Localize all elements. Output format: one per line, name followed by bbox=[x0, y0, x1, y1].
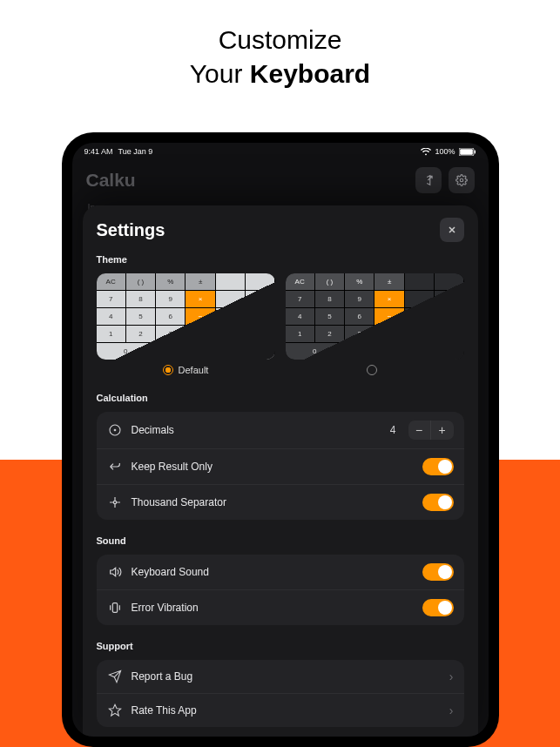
hero-line2: Your Keyboard bbox=[0, 57, 560, 91]
group-calculation: Decimals 4 − + Keep Result Only bbox=[97, 412, 464, 520]
svg-point-3 bbox=[460, 178, 463, 182]
radio-unselected-icon bbox=[367, 365, 377, 375]
svg-rect-2 bbox=[474, 150, 475, 153]
theme-option-default[interactable]: AC( )%± 789× 456−= 123+ 0.⌫ bbox=[97, 273, 275, 360]
svg-rect-1 bbox=[460, 149, 473, 155]
svg-rect-7 bbox=[112, 603, 117, 613]
section-sound-label: Sound bbox=[97, 535, 464, 546]
settings-modal: Settings Theme AC( )%± 789× 456−= 123+ 0… bbox=[83, 205, 478, 737]
share-button[interactable] bbox=[415, 167, 442, 193]
row-decimals: Decimals 4 − + bbox=[97, 412, 464, 449]
row-rate-app[interactable]: Rate This App › bbox=[97, 694, 464, 727]
settings-title: Settings bbox=[97, 220, 165, 240]
row-error-vibration[interactable]: Error Vibration bbox=[97, 590, 464, 625]
status-time: 9:41 AM bbox=[84, 147, 113, 156]
star-icon bbox=[107, 703, 123, 718]
status-battery-pct: 100% bbox=[435, 147, 455, 156]
device-screen: 9:41 AM Tue Jan 9 100% Calku bbox=[72, 143, 489, 737]
toggle-error-vibration[interactable] bbox=[422, 599, 454, 616]
theme-options: AC( )%± 789× 456−= 123+ 0.⌫ AC( )%± 789×… bbox=[97, 273, 464, 360]
section-theme-label: Theme bbox=[97, 254, 464, 265]
theme-radio-default[interactable]: Default bbox=[97, 365, 275, 375]
settings-button[interactable] bbox=[449, 167, 475, 193]
toggle-keyboard-sound[interactable] bbox=[422, 563, 454, 581]
toggle-thousand-separator[interactable] bbox=[422, 494, 454, 511]
app-title: Calku bbox=[86, 170, 136, 191]
row-keyboard-sound[interactable]: Keyboard Sound bbox=[97, 555, 464, 590]
close-button[interactable] bbox=[440, 218, 464, 242]
row-thousand-separator[interactable]: Thousand Separator bbox=[97, 485, 464, 520]
decimals-stepper[interactable]: − + bbox=[408, 421, 454, 440]
hero-line1: Customize bbox=[0, 23, 560, 57]
chevron-right-icon: › bbox=[449, 670, 454, 683]
group-sound: Keyboard Sound Error Vibration bbox=[97, 555, 464, 625]
hero-heading: Customize Your Keyboard bbox=[0, 0, 560, 106]
chevron-right-icon: › bbox=[449, 703, 454, 717]
row-keep-result[interactable]: Keep Result Only bbox=[97, 449, 464, 485]
row-report-bug[interactable]: Report a Bug › bbox=[97, 660, 464, 694]
status-date: Tue Jan 9 bbox=[118, 147, 153, 156]
device-frame: 9:41 AM Tue Jan 9 100% Calku bbox=[62, 132, 499, 747]
return-icon bbox=[107, 459, 123, 474]
paper-plane-icon bbox=[107, 669, 123, 684]
battery-icon bbox=[459, 148, 476, 156]
svg-point-5 bbox=[114, 429, 116, 431]
stepper-minus[interactable]: − bbox=[408, 421, 431, 440]
speaker-icon bbox=[107, 564, 123, 580]
theme-radio-alt[interactable] bbox=[286, 365, 464, 375]
app-header: Calku bbox=[72, 160, 489, 193]
svg-point-6 bbox=[113, 501, 116, 503]
vibration-icon bbox=[107, 600, 123, 616]
stepper-plus[interactable]: + bbox=[431, 421, 454, 440]
group-support: Report a Bug › Rate This App › bbox=[97, 660, 464, 727]
section-calculation-label: Calculation bbox=[97, 393, 464, 403]
decimals-icon bbox=[107, 422, 123, 438]
section-support-label: Support bbox=[97, 641, 464, 651]
decimals-value: 4 bbox=[390, 424, 396, 436]
theme-option-dark[interactable]: AC( )%± 789× 456−= 123+ 0.⌫ bbox=[286, 273, 464, 360]
radio-selected-icon bbox=[163, 365, 173, 375]
wifi-icon bbox=[421, 148, 431, 156]
separator-icon bbox=[107, 495, 123, 510]
status-bar: 9:41 AM Tue Jan 9 100% bbox=[72, 143, 489, 160]
toggle-keep-result[interactable] bbox=[422, 458, 454, 475]
